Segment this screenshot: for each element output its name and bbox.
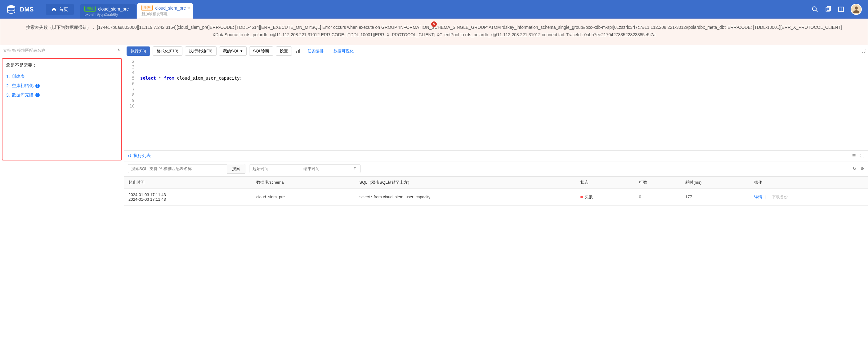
expand-icon[interactable]: ⛶	[860, 153, 864, 158]
col-status: 状态	[576, 177, 635, 189]
table-row[interactable]: 2024-01-03 17:11:43 2024-01-03 17:11:43 …	[124, 188, 868, 205]
col-time: 起止时间	[124, 177, 252, 189]
col-rows: 行数	[635, 177, 681, 189]
task-arrange-link[interactable]: 任务编排	[304, 47, 327, 56]
chart-icon[interactable]	[296, 48, 301, 54]
expand-icon[interactable]: ⛶	[862, 49, 866, 53]
status-dot-fail	[581, 196, 583, 198]
tabs-area: 测试 cloud_siem_pre pxc-shr9yqn2ua56ty 生产 …	[80, 0, 194, 19]
exec-tools: ☰ ⛶	[852, 153, 864, 158]
logo-area: DMS	[0, 4, 40, 14]
diag-button[interactable]: SQL诊断	[249, 46, 273, 56]
help-icon[interactable]: ?	[35, 93, 40, 97]
run-button[interactable]: 执行(F8)	[127, 46, 150, 56]
sidebar: 支持 % 模糊匹配表名称 ↻ 您是不是需要： 1. 创建表 2. 空库初始化 ?…	[0, 45, 124, 338]
cell-elapsed: 177	[681, 188, 750, 205]
cell-rows: 0	[635, 188, 681, 205]
cell-action: 详情|下载备份	[750, 188, 868, 205]
cell-status: 失败	[576, 188, 635, 205]
tab-sub: pxc-shr9yqn2ua56ty	[84, 12, 131, 17]
history-icon: ↺	[128, 153, 131, 158]
col-sql: SQL（双击SQL粘贴至上方）	[355, 177, 576, 189]
refresh-icon[interactable]: ↻	[853, 166, 856, 171]
filter-row: 搜索 - 🗓 ↻ ⚙	[124, 162, 868, 177]
tab-name: cloud_siem_pre	[98, 6, 129, 11]
svg-rect-8	[296, 51, 297, 53]
svg-point-0	[7, 5, 15, 8]
home-button[interactable]: 首页	[46, 4, 74, 15]
svg-line-2	[816, 10, 818, 12]
exec-title: ↺ 执行列表	[128, 153, 151, 158]
col-schema: 数据库/schema	[252, 177, 355, 189]
svg-point-7	[855, 6, 858, 10]
col-elapsed: 耗时(ms)	[681, 177, 750, 189]
header-right	[811, 4, 868, 15]
content: 执行(F8) 格式化(F10) 执行计划(F9) 我的SQL ▾ SQL诊断 设…	[124, 45, 868, 338]
filter-sql-input[interactable]	[128, 164, 227, 173]
svg-rect-10	[299, 49, 300, 53]
start-date-input[interactable]	[249, 165, 299, 173]
end-date-input[interactable]	[300, 165, 350, 173]
sql-toolbar: 执行(F8) 格式化(F10) 执行计划(F9) 我的SQL ▾ SQL诊断 设…	[124, 45, 868, 57]
search-icon[interactable]	[811, 6, 818, 13]
tab-test[interactable]: 测试 cloud_siem_pre pxc-shr9yqn2ua56ty	[80, 4, 136, 19]
data-viz-link[interactable]: 数据可视化	[330, 47, 358, 56]
filter-right: ↻ ⚙	[853, 166, 864, 171]
settings-button[interactable]: 设置	[276, 46, 292, 56]
col-action: 操作	[750, 177, 868, 189]
app-name: DMS	[20, 6, 33, 13]
tab-name: cloud_siem_pre	[155, 6, 186, 10]
user-icon	[852, 5, 861, 14]
cell-time: 2024-01-03 17:11:43 2024-01-03 17:11:43	[124, 188, 252, 205]
suggest-title: 您是不是需要：	[6, 63, 118, 68]
sql-editor[interactable]: 2345678910 select * from cloud_siem_user…	[124, 57, 868, 150]
chevron-down-icon: ▾	[241, 49, 243, 53]
app-header: DMS 首页 测试 cloud_siem_pre pxc-shr9yqn2ua5…	[0, 0, 868, 19]
suggestion-box: 您是不是需要： 1. 创建表 2. 空库初始化 ? 3. 数据库克隆 ?	[2, 58, 122, 161]
plan-button[interactable]: 执行计划(F9)	[185, 46, 217, 56]
result-table: 起止时间 数据库/schema SQL（双击SQL粘贴至上方） 状态 行数 耗时…	[124, 177, 868, 206]
mysql-button[interactable]: 我的SQL ▾	[219, 46, 247, 56]
cell-schema: cloud_siem_pre	[252, 188, 355, 205]
gear-icon[interactable]: ⚙	[861, 166, 864, 171]
detail-link[interactable]: 详情	[754, 194, 762, 199]
home-label: 首页	[59, 6, 68, 12]
search-hint: 支持 % 模糊匹配表名称 ↻	[1, 45, 123, 56]
search-button[interactable]: 搜索	[227, 164, 245, 174]
table-header-row: 起止时间 数据库/schema SQL（双击SQL粘贴至上方） 状态 行数 耗时…	[124, 177, 868, 189]
home-icon	[52, 7, 57, 12]
date-range: - 🗓	[249, 164, 361, 173]
error-close-button[interactable]: ✕	[431, 22, 437, 27]
suggest-create-table[interactable]: 1. 创建表	[6, 72, 118, 81]
error-banner: ✕ 搜索表失败（以下为数据库报错）： [174e17b0a9803000][11…	[0, 19, 868, 45]
database-icon	[6, 4, 16, 14]
close-icon[interactable]: ✕	[187, 6, 190, 10]
format-button[interactable]: 格式化(F10)	[153, 46, 182, 56]
main-area: 支持 % 模糊匹配表名称 ↻ 您是不是需要： 1. 创建表 2. 空库初始化 ?…	[0, 45, 868, 338]
exec-header: ↺ 执行列表 ☰ ⛶	[124, 150, 868, 162]
tab-sub: 新加坡预发环境	[142, 11, 189, 17]
help-icon[interactable]: ?	[35, 84, 40, 88]
env-badge-prod: 生产	[142, 5, 153, 11]
suggest-init-db[interactable]: 2. 空库初始化 ?	[6, 81, 118, 91]
download-link: 下载备份	[772, 194, 788, 199]
panel-icon[interactable]	[838, 6, 844, 13]
tab-prod[interactable]: 生产 cloud_siem_pre 新加坡预发环境 ✕	[137, 3, 193, 19]
env-badge-test: 测试	[84, 6, 96, 12]
refresh-icon[interactable]: ↻	[117, 48, 121, 52]
cell-sql[interactable]: select * from cloud_siem_user_capacity	[355, 188, 576, 205]
suggest-clone-db[interactable]: 3. 数据库克隆 ?	[6, 91, 118, 100]
menu-icon[interactable]: ☰	[852, 153, 856, 158]
line-gutter: 2345678910	[124, 57, 138, 150]
code-area[interactable]: select * from cloud_siem_user_capacity;	[138, 57, 868, 150]
copy-icon[interactable]	[825, 6, 831, 13]
svg-rect-9	[298, 50, 299, 53]
svg-point-1	[812, 7, 816, 11]
calendar-icon[interactable]: 🗓	[350, 166, 360, 171]
avatar[interactable]	[850, 4, 862, 15]
svg-rect-5	[839, 7, 844, 12]
